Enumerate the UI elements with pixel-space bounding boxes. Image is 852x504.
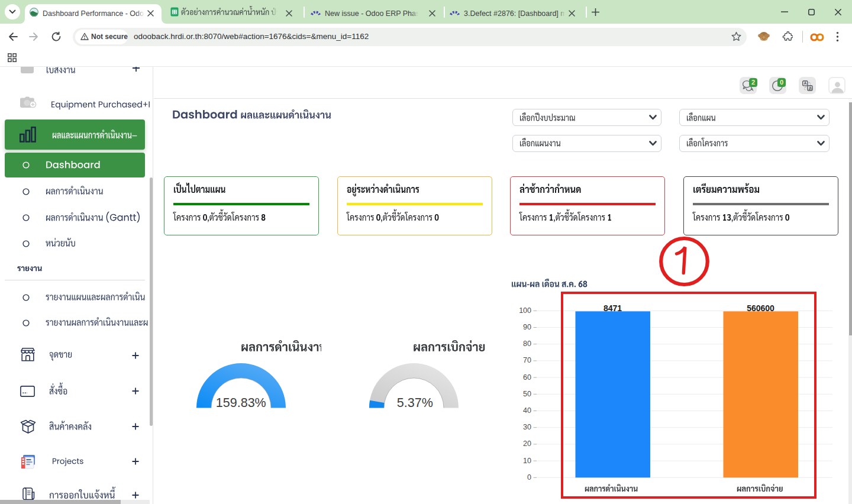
svg-text:あ: あ <box>809 86 813 91</box>
svg-text:A: A <box>804 81 807 85</box>
